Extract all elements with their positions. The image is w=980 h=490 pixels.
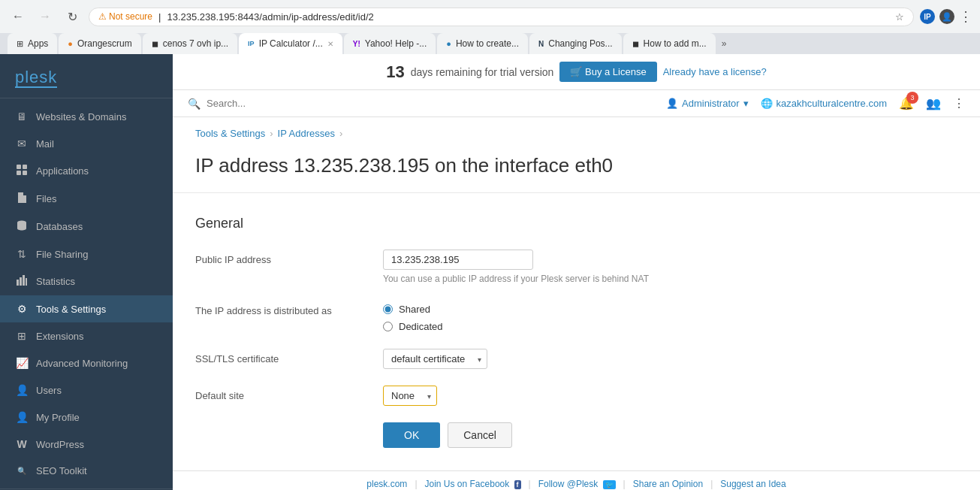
public-ip-group: Public IP address You can use a public I… [195, 250, 957, 284]
sidebar-item-label: My Profile [36, 412, 80, 423]
twitter-link[interactable]: Follow @Plesk 🐦 [538, 479, 616, 489]
public-ip-label: Public IP address [195, 250, 383, 265]
ssl-select[interactable]: default certificate Let's Encrypt Custom [383, 349, 487, 369]
sidebar-item-statistics[interactable]: Statistics [0, 268, 173, 295]
tab-close-icon[interactable]: ✕ [327, 40, 333, 48]
tab-orangescrum[interactable]: ● Orangescrum [59, 33, 140, 54]
main-content: 13 days remaining for trial version 🛒 Bu… [173, 54, 980, 490]
extensions-icon: ⊞ [15, 330, 29, 342]
admin-chevron-icon: ▾ [743, 98, 749, 109]
browser-chrome: ← → ↻ ⚠ Not secure | 13.235.238.195:8443… [0, 0, 980, 54]
breadcrumb-parent-link[interactable]: Tools & Settings [195, 128, 265, 139]
sidebar-item-file-sharing[interactable]: ⇅ File Sharing [0, 240, 173, 268]
sidebar-item-applications[interactable]: Applications [0, 157, 173, 185]
tab-how-create-icon: ● [446, 39, 451, 48]
svg-rect-3 [23, 171, 27, 175]
breadcrumb: Tools & Settings › IP Addresses › [173, 117, 980, 147]
sidebar-item-extensions[interactable]: ⊞ Extensions [0, 322, 173, 349]
opinion-link[interactable]: Share an Opinion [633, 479, 703, 489]
tabs-more-button[interactable]: » [717, 33, 731, 54]
sidebar-item-databases[interactable]: Databases [0, 213, 173, 240]
logo-text: plesk [15, 68, 57, 88]
domain-link[interactable]: 🌐 kazakhculturalcentre.com [761, 98, 887, 109]
page-header: IP address 13.235.238.195 on the interfa… [173, 147, 980, 193]
sidebar-item-label: Tools & Settings [36, 304, 106, 315]
users-quick-icon[interactable]: 👥 [926, 96, 941, 110]
sidebar-item-label: WordPress [36, 439, 84, 450]
radio-dedicated-input[interactable] [383, 322, 393, 331]
public-ip-input[interactable] [383, 250, 533, 270]
app-wrapper: plesk 🖥 Websites & Domains ✉ Mail Applic… [0, 54, 980, 490]
seo-toolkit-icon: 🔍 [15, 467, 29, 475]
sidebar-item-websites-domains[interactable]: 🖥 Websites & Domains [0, 103, 173, 130]
ok-button[interactable]: OK [383, 422, 440, 448]
sidebar-item-label: Extensions [36, 331, 84, 342]
tab-how-add-icon: ◼ [632, 39, 639, 49]
public-ip-control: You can use a public IP address if your … [383, 250, 957, 284]
address-bar[interactable]: ⚠ Not secure | 13.235.238.195:8443/admin… [89, 8, 914, 26]
bookmark-icon[interactable]: ☆ [895, 11, 904, 23]
tab-yahoo[interactable]: Y! Yahoo! Help -... [344, 33, 436, 54]
tab-how-add[interactable]: ◼ How to add m... [623, 33, 716, 54]
sidebar-item-label: Mail [36, 138, 54, 150]
tab-ip-calculator[interactable]: IP IP Calculator /... ✕ [239, 33, 342, 54]
twitter-icon: 🐦 [603, 480, 616, 489]
buy-license-button[interactable]: 🛒 Buy a License [559, 62, 656, 82]
notifications-button[interactable]: 🔔 3 [899, 96, 914, 110]
plesk-link[interactable]: plesk.com [366, 479, 407, 489]
ext-icon-2[interactable]: 👤 [939, 9, 954, 24]
svg-rect-6 [20, 277, 22, 286]
tools-settings-icon: ⚙ [15, 303, 29, 315]
default-site-select-wrap: None ▾ [383, 386, 437, 406]
radio-shared-text: Shared [399, 304, 430, 315]
facebook-link[interactable]: Join Us on Facebook f [425, 479, 521, 489]
radio-dedicated-label[interactable]: Dedicated [383, 321, 957, 332]
admin-user-button[interactable]: 👤 Administrator ▾ [666, 98, 749, 109]
sidebar-item-users[interactable]: 👤 Users [0, 377, 173, 404]
advanced-monitoring-icon: 📈 [15, 357, 29, 369]
wordpress-icon: W [15, 438, 29, 450]
notifications-badge: 3 [906, 92, 918, 104]
url-text: 13.235.238.195:8443/admin/ip-address/edi… [167, 11, 889, 23]
sidebar-item-label: Databases [36, 221, 83, 232]
tab-orangescrum-icon: ● [68, 39, 73, 48]
tab-changing-pos[interactable]: N Changing Pos... [529, 33, 622, 54]
sidebar-item-label: Users [36, 385, 62, 396]
forward-button[interactable]: → [35, 6, 56, 27]
sidebar-item-advanced-monitoring[interactable]: 📈 Advanced Monitoring [0, 349, 173, 377]
breadcrumb-current-link[interactable]: IP Addresses [278, 128, 335, 139]
sidebar-item-seo-toolkit[interactable]: 🔍 SEO Toolkit [0, 458, 173, 484]
sidebar-item-label: File Sharing [36, 249, 88, 260]
radio-shared-input[interactable] [383, 304, 393, 314]
sidebar-item-mail[interactable]: ✉ Mail [0, 130, 173, 157]
search-icon: 🔍 [188, 98, 201, 110]
more-options-icon[interactable]: ⋮ [953, 96, 965, 110]
ssl-select-wrap: default certificate Let's Encrypt Custom… [383, 349, 487, 369]
tab-cenos[interactable]: ◼ cenos 7 ovh ip... [143, 33, 237, 54]
sidebar-item-wordpress[interactable]: W WordPress [0, 431, 173, 458]
browser-menu-button[interactable]: ⋮ [959, 8, 972, 25]
tab-how-to-create[interactable]: ● How to create... [437, 33, 528, 54]
search-input[interactable] [207, 98, 488, 109]
sidebar-item-my-profile[interactable]: 👤 My Profile [0, 404, 173, 431]
tab-cenos-icon: ◼ [152, 39, 158, 49]
tab-apps[interactable]: ⊞ Apps [8, 33, 57, 54]
page-title: IP address 13.235.238.195 on the interfa… [195, 154, 957, 177]
facebook-label: Join Us on Facebook [425, 479, 510, 489]
my-profile-icon: 👤 [15, 411, 29, 423]
sidebar-item-tools-settings[interactable]: ⚙ Tools & Settings [0, 295, 173, 322]
footer-sep-4: | [710, 479, 713, 489]
breadcrumb-sep-2: › [339, 128, 342, 139]
ext-icon-1[interactable]: IP [920, 9, 935, 24]
cancel-button[interactable]: Cancel [448, 422, 512, 448]
radio-shared-label[interactable]: Shared [383, 304, 957, 315]
idea-link[interactable]: Suggest an Idea [720, 479, 786, 489]
reload-button[interactable]: ↻ [62, 6, 83, 27]
back-button[interactable]: ← [8, 6, 29, 27]
already-have-license-link[interactable]: Already have a license? [663, 66, 767, 77]
default-site-select[interactable]: None [383, 386, 437, 406]
section-title: General [195, 216, 957, 231]
sidebar-item-label: Applications [36, 165, 89, 177]
sidebar-item-files[interactable]: Files [0, 185, 173, 213]
top-bar-right: 👤 Administrator ▾ 🌐 kazakhculturalcentre… [666, 96, 965, 110]
